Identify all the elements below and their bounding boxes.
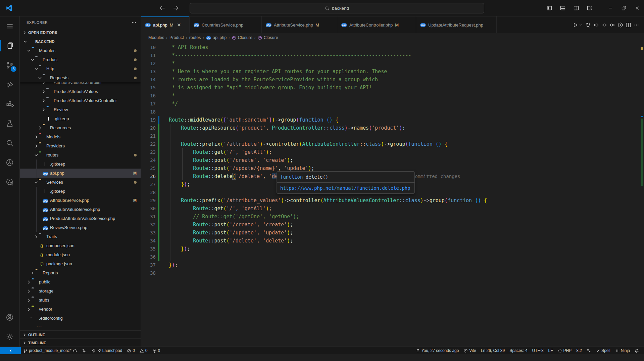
tree-item-product[interactable]: Product (20, 55, 141, 64)
status-launchpad[interactable]: Launchpad (89, 347, 125, 354)
breadcrumb-item[interactable]: Closure (258, 35, 278, 40)
activity-source-control-icon[interactable]: 5 (0, 55, 19, 75)
git-compare-icon[interactable] (585, 22, 591, 28)
code-line-16[interactable]: 16 * (141, 92, 644, 100)
code-line-23[interactable]: 23 Route::get('/', 'getAll'); (141, 148, 644, 156)
status-vite[interactable]: Vite (461, 347, 478, 354)
code-line-17[interactable]: 17 */ (141, 100, 644, 108)
overview-ruler[interactable] (639, 42, 643, 347)
toggle-panel-icon[interactable] (556, 0, 569, 16)
tooltip-doc-link[interactable]: https://www.php.net/manual/function.dele… (280, 185, 410, 191)
code-line-35[interactable]: 35 }); (141, 245, 644, 253)
chevron-down-icon[interactable] (34, 66, 39, 72)
activity-settings-gear-icon[interactable] (0, 327, 19, 347)
code-line-33[interactable]: 33 Route::post('/update', 'update'); (141, 229, 644, 237)
chevron-down-icon[interactable] (34, 152, 39, 158)
chevron-down-icon[interactable] (22, 39, 28, 44)
activity-explorer-icon[interactable] (0, 36, 19, 55)
tree-item-productattributevalueservice-php[interactable]: phpProductAttributeValueService.php (20, 214, 141, 223)
chevron-right-icon[interactable] (26, 307, 32, 312)
status-ninja[interactable]: Ninja (613, 347, 632, 354)
tree-item-reports[interactable]: ≡Reports (20, 268, 141, 277)
customize-layout-icon[interactable] (583, 0, 596, 16)
tree-item-attributeservice-php[interactable]: phpAttributeService.phpM (20, 196, 141, 205)
run-icon[interactable] (573, 22, 578, 28)
chevron-down-icon[interactable] (30, 57, 35, 62)
chevron-down-icon[interactable] (579, 23, 583, 27)
tab-api-php[interactable]: phpapi.phpM✕ (141, 16, 190, 33)
status-warnings[interactable]: 0 (137, 347, 150, 354)
code-line-38[interactable]: 38 (141, 269, 644, 277)
code-line-37[interactable]: 37}); (141, 261, 644, 269)
code-line-21[interactable]: 21 (141, 132, 644, 140)
tree-item--gitkeep[interactable]: .gitkeep (20, 187, 141, 196)
breadcrumb-item[interactable]: phpapi.php (206, 35, 227, 40)
chevron-right-icon[interactable] (37, 125, 43, 131)
outline-section[interactable]: OUTLINE (20, 330, 141, 339)
activity-graph-search-icon[interactable] (0, 172, 19, 192)
tree-item-attributevalueservice-php[interactable]: phpAttributeValueService.php (20, 205, 141, 214)
status-encoding[interactable]: UTF-8 (530, 347, 546, 354)
activity-run-debug-icon[interactable] (0, 75, 19, 94)
status-blame-status[interactable]: You, 27 seconds ago (413, 347, 461, 354)
tree-item-public[interactable]: ⊕public (20, 277, 141, 286)
command-center-search[interactable]: backend (190, 3, 484, 13)
tree-item-review[interactable]: ●Review (20, 105, 141, 114)
nav-back-icon[interactable] (158, 5, 165, 11)
tree-item-services[interactable]: ✱Services (20, 178, 141, 187)
chevron-right-icon[interactable] (41, 107, 46, 112)
prev-change-icon[interactable] (593, 22, 599, 28)
tree-item-requests[interactable]: Requests (20, 73, 141, 82)
tree-item--editorconfig[interactable]: .editorconfig (20, 314, 141, 323)
tree-item--gitkeep[interactable]: .gitkeep (20, 114, 141, 123)
status-language-mode[interactable]: PHP (555, 347, 574, 354)
code-line-11[interactable]: 11 *------------------------------------… (141, 51, 644, 59)
nav-forward-icon[interactable] (173, 5, 180, 11)
status-errors[interactable]: 0 (125, 347, 137, 354)
code-line-19[interactable]: 19Route::middleware(['auth:sanctum'])->g… (141, 116, 644, 124)
status-git-branch[interactable]: product_module_moaz* (21, 347, 80, 354)
chevron-right-icon[interactable] (34, 143, 39, 149)
code-line-20[interactable]: 20 Route::apiResource('product', Product… (141, 124, 644, 132)
next-change-icon[interactable] (609, 22, 615, 28)
tree-item-api-php[interactable]: phpapi.phpM (20, 169, 141, 178)
code-line-32[interactable]: 32 Route::post('/create', 'create'); (141, 221, 644, 229)
code-line-18[interactable]: 18 (141, 108, 644, 116)
chevron-right-icon[interactable] (41, 82, 46, 85)
status-spell-checker[interactable]: Spell (593, 347, 613, 354)
minimize-icon[interactable] (604, 0, 617, 16)
tree-item-productattributevalues[interactable]: ProductAttributeValues (20, 87, 141, 96)
tree-item-http[interactable]: Http (20, 64, 141, 73)
activity-menu-icon[interactable] (0, 16, 19, 36)
tree-item-package-json[interactable]: ⬡package.json (20, 259, 141, 268)
tree-item-providers[interactable]: ✱Providers (20, 141, 141, 150)
activity-testing-icon[interactable] (0, 114, 19, 133)
chevron-down-icon[interactable] (37, 75, 43, 81)
history-icon[interactable] (617, 22, 623, 28)
tree-item-modules[interactable]: ▪Modules (20, 46, 141, 55)
tab-countriesservice-php[interactable]: phpCountriesService.php (190, 16, 262, 33)
status-git-graph[interactable] (80, 347, 89, 354)
tree-item-module-json[interactable]: {}module.json (20, 250, 141, 259)
code-line-29[interactable]: 29 Route::prefix('/attribute_values')->c… (141, 196, 644, 205)
status-cursor-position[interactable]: Ln 26, Col 39 (479, 347, 507, 354)
chevron-right-icon[interactable] (26, 279, 32, 285)
chevron-down-icon[interactable] (26, 48, 32, 53)
chevron-right-icon[interactable] (26, 288, 32, 294)
more-actions-icon[interactable] (634, 22, 639, 28)
chevron-right-icon[interactable] (41, 89, 46, 94)
tree-item-stubs[interactable]: stubs (20, 296, 141, 305)
status-php-version[interactable]: 8.2 (574, 347, 584, 354)
tree-item-storage[interactable]: storage (20, 286, 141, 296)
tree-item-resources[interactable]: ≡Resources (20, 123, 141, 132)
toggle-secondary-sidebar-icon[interactable] (569, 0, 583, 16)
timeline-section[interactable]: TIMELINE (20, 339, 141, 347)
code-line-34[interactable]: 34 Route::post('/delete', 'delete'); (141, 237, 644, 245)
tree-item-composer-json[interactable]: {}composer.json (20, 241, 141, 250)
chevron-right-icon[interactable] (30, 270, 35, 276)
activity-search-icon[interactable] (0, 133, 19, 153)
tree-item--gitkeep[interactable]: .gitkeep (20, 160, 141, 169)
code-line-24[interactable]: 24 Route::post('/create', 'create'); (141, 156, 644, 164)
hover-tooltip[interactable]: function delete() https://www.php.net/ma… (277, 171, 415, 194)
close-tab-icon[interactable]: ✕ (177, 22, 181, 28)
